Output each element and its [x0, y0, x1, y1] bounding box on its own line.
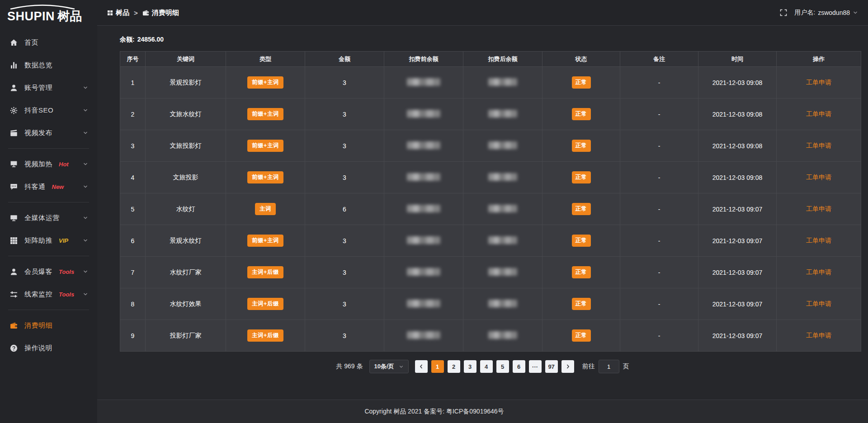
cell-status: 正常 — [542, 225, 620, 257]
table-row: 2文旅水纹灯前缀+主词3正常-2021-12-03 09:08工单申请 — [120, 99, 861, 130]
next-page-button[interactable] — [561, 360, 574, 373]
sidebar-item-data-overview[interactable]: 数据总览 — [0, 54, 97, 76]
cell-balance-after — [463, 193, 542, 225]
column-header: 序号 — [120, 52, 146, 67]
cell-amount: 3 — [305, 67, 384, 99]
type-badge: 前缀+主词 — [247, 171, 283, 183]
cell-time: 2021-12-03 09:08 — [698, 162, 777, 193]
column-header: 操作 — [777, 52, 861, 67]
type-badge: 主词+后缀 — [247, 266, 283, 278]
prev-page-button[interactable] — [415, 360, 428, 373]
ticket-apply-link[interactable]: 工单申请 — [806, 268, 831, 276]
sidebar-item-badge: New — [52, 183, 64, 190]
ticket-apply-link[interactable]: 工单申请 — [806, 110, 831, 118]
breadcrumb-item-home[interactable]: 树品 — [107, 9, 129, 17]
sidebar-item-member-baoke[interactable]: 会员爆客Tools — [0, 260, 97, 283]
cell-remark: - — [620, 67, 698, 99]
ticket-apply-link[interactable]: 工单申请 — [806, 237, 831, 244]
page-button-6[interactable]: 6 — [513, 360, 525, 373]
cell-status: 正常 — [542, 67, 620, 99]
cell-action: 工单申请 — [777, 320, 861, 352]
cell-amount: 3 — [305, 225, 384, 257]
sidebar-divider — [8, 256, 89, 256]
cell-balance-before — [384, 225, 463, 257]
cell-remark: - — [620, 288, 698, 320]
cell-action: 工单申请 — [777, 67, 861, 99]
cell-amount: 3 — [305, 288, 384, 320]
home-icon — [10, 39, 18, 47]
cell-remark: - — [620, 99, 698, 130]
breadcrumb-item-current[interactable]: 消费明细 — [142, 9, 179, 17]
question-icon — [10, 344, 18, 352]
cell-type: 前缀+主词 — [226, 162, 305, 193]
cell-balance-before — [384, 193, 463, 225]
sidebar-item-label: 抖客通 — [24, 183, 46, 191]
sidebar-item-account-manage[interactable]: 账号管理 — [0, 76, 97, 99]
chevron-down-icon — [83, 108, 88, 113]
cell-type: 前缀+主词 — [226, 225, 305, 257]
cell-balance-before — [384, 99, 463, 130]
page-button-1[interactable]: 1 — [431, 360, 444, 373]
cell-time: 2021-12-03 09:07 — [698, 193, 777, 225]
cell-balance-after — [463, 67, 542, 99]
total-count: 共 969 条 — [336, 362, 363, 371]
type-badge: 前缀+主词 — [247, 235, 283, 247]
page-button-97[interactable]: 97 — [545, 360, 558, 373]
sidebar-item-label: 账号管理 — [24, 84, 52, 92]
cell-amount: 3 — [305, 320, 384, 352]
sidebar-item-media-ops[interactable]: 全媒体运营 — [0, 207, 97, 229]
sidebar-item-video-publish[interactable]: 视频发布 — [0, 122, 97, 144]
sidebar-item-help[interactable]: 操作说明 — [0, 337, 97, 359]
sidebar-item-leads-monitor[interactable]: 线索监控Tools — [0, 283, 97, 306]
fullscreen-icon[interactable] — [780, 9, 787, 16]
type-badge: 前缀+主词 — [247, 76, 283, 89]
sidebar-item-label: 视频发布 — [24, 129, 52, 137]
sidebar-item-douyin-seo[interactable]: 抖音SEO — [0, 99, 97, 122]
sidebar-item-consume-detail[interactable]: 消费明细 — [0, 314, 97, 337]
cell-time: 2021-12-03 09:08 — [698, 99, 777, 130]
user-menu[interactable]: 用户名: zswodun88 — [794, 9, 858, 17]
page-size-select[interactable]: 10条/页 — [369, 360, 409, 373]
chevron-down-icon — [83, 161, 88, 167]
chevron-down-icon — [83, 291, 88, 297]
column-header: 时间 — [698, 52, 777, 67]
cell-action: 工单申请 — [777, 225, 861, 257]
page-button-2[interactable]: 2 — [448, 360, 460, 373]
sidebar-item-video-heat[interactable]: 视频加热Hot — [0, 153, 97, 175]
topbar: 树品 > 消费明细 用户名: zswodun88 — [97, 0, 868, 26]
cell-index: 1 — [120, 67, 146, 99]
consume-table: 序号关键词类型金额扣费前余额扣费后余额状态备注时间操作 1景观投影灯前缀+主词3… — [120, 51, 861, 352]
goto-page-input[interactable] — [599, 360, 619, 373]
chevron-down-icon — [83, 184, 88, 189]
sidebar-item-badge: Tools — [59, 291, 74, 298]
sidebar-item-home[interactable]: 首页 — [0, 31, 97, 54]
masked-value — [488, 141, 517, 149]
app-grid-icon — [107, 10, 113, 16]
pager-ellipsis[interactable]: ··· — [529, 360, 542, 373]
logo-text: SHUPIN树品 — [7, 9, 92, 23]
cell-index: 4 — [120, 162, 146, 193]
ticket-apply-link[interactable]: 工单申请 — [806, 205, 831, 212]
chevron-down-icon — [853, 10, 858, 15]
cell-action: 工单申请 — [777, 99, 861, 130]
ticket-apply-link[interactable]: 工单申请 — [806, 174, 831, 181]
sidebar-item-label: 视频加热 — [24, 160, 52, 169]
cell-balance-before — [384, 288, 463, 320]
status-badge: 正常 — [572, 329, 591, 342]
page-button-5[interactable]: 5 — [496, 360, 509, 373]
page-button-4[interactable]: 4 — [480, 360, 493, 373]
page-button-3[interactable]: 3 — [464, 360, 476, 373]
ticket-apply-link[interactable]: 工单申请 — [806, 300, 831, 307]
logo-brand-cn: 树品 — [57, 9, 82, 23]
ticket-apply-link[interactable]: 工单申请 — [806, 79, 831, 86]
table-row: 7水纹灯厂家主词+后缀3正常-2021-12-03 09:07工单申请 — [120, 257, 861, 288]
cell-balance-after — [463, 99, 542, 130]
ticket-apply-link[interactable]: 工单申请 — [806, 142, 831, 149]
sidebar-item-douketong[interactable]: 抖客通New — [0, 175, 97, 198]
gear-icon — [10, 107, 18, 114]
status-badge: 正常 — [572, 171, 591, 183]
ticket-apply-link[interactable]: 工单申请 — [806, 332, 831, 339]
cell-time: 2021-12-03 09:07 — [698, 257, 777, 288]
sidebar-item-matrix-boost[interactable]: 矩阵助推VIP — [0, 229, 97, 252]
masked-value — [407, 110, 440, 118]
